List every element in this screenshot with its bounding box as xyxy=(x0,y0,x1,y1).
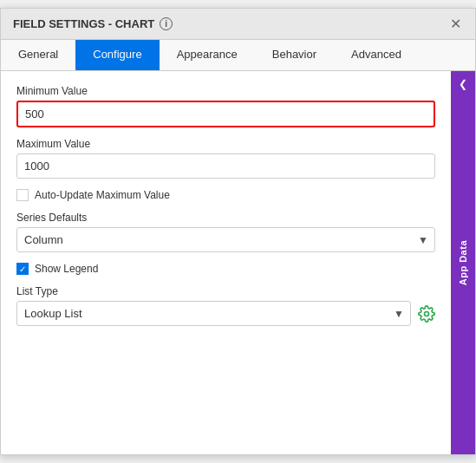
auto-update-row: Auto-Update Maximum Value xyxy=(16,189,435,201)
close-button[interactable]: ✕ xyxy=(448,16,463,32)
title-text: FIELD SETTINGS - CHART xyxy=(13,17,154,30)
list-type-row: Lookup List Static List Dynamic List ▼ xyxy=(16,301,435,326)
max-value-group: Maximum Value xyxy=(16,138,435,179)
show-legend-label: Show Legend xyxy=(35,263,98,275)
gear-button[interactable] xyxy=(418,305,435,323)
tab-bar: General Configure Appearance Behavior Ad… xyxy=(1,40,475,71)
footer-area xyxy=(16,336,435,440)
panel-label: App Data xyxy=(458,240,468,285)
tab-configure[interactable]: Configure xyxy=(75,40,159,70)
tab-general[interactable]: General xyxy=(1,40,75,70)
min-value-label: Minimum Value xyxy=(16,85,435,97)
main-content: Minimum Value Maximum Value Auto-Update … xyxy=(1,71,451,454)
list-type-select[interactable]: Lookup List Static List Dynamic List xyxy=(16,301,411,326)
content-area: Minimum Value Maximum Value Auto-Update … xyxy=(1,71,475,454)
tab-advanced[interactable]: Advanced xyxy=(334,40,419,70)
list-type-wrapper: Lookup List Static List Dynamic List ▼ xyxy=(16,301,411,326)
show-legend-row: Show Legend xyxy=(16,263,435,275)
dialog: FIELD SETTINGS - CHART i ✕ General Confi… xyxy=(0,8,476,455)
max-value-label: Maximum Value xyxy=(16,138,435,150)
list-type-label: List Type xyxy=(16,285,435,297)
tab-behavior[interactable]: Behavior xyxy=(255,40,334,70)
series-defaults-label: Series Defaults xyxy=(16,212,435,224)
series-defaults-select[interactable]: Column Line Bar Area xyxy=(16,227,435,252)
dialog-title: FIELD SETTINGS - CHART i xyxy=(13,17,173,30)
gear-icon xyxy=(418,305,435,323)
svg-point-0 xyxy=(425,311,429,316)
min-value-group: Minimum Value xyxy=(16,85,435,127)
max-value-input[interactable] xyxy=(16,153,435,179)
auto-update-label: Auto-Update Maximum Value xyxy=(35,189,170,201)
series-defaults-group: Series Defaults Column Line Bar Area ▼ xyxy=(16,212,435,252)
dialog-header: FIELD SETTINGS - CHART i ✕ xyxy=(1,9,475,40)
show-legend-checkbox[interactable] xyxy=(16,263,29,275)
app-data-panel[interactable]: ❮ App Data xyxy=(451,71,475,454)
min-value-input[interactable] xyxy=(16,101,435,127)
list-type-group: List Type Lookup List Static List Dynami… xyxy=(16,285,435,326)
info-icon[interactable]: i xyxy=(160,17,173,30)
auto-update-checkbox[interactable] xyxy=(16,189,29,201)
series-defaults-wrapper: Column Line Bar Area ▼ xyxy=(16,227,435,252)
tab-appearance[interactable]: Appearance xyxy=(160,40,255,70)
panel-chevron-icon: ❮ xyxy=(459,78,467,90)
